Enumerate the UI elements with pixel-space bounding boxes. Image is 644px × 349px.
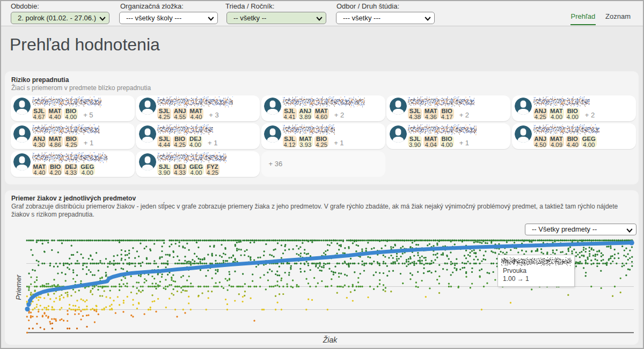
svg-text:Priemer: Priemer — [14, 274, 23, 300]
svg-text:Žiak: Žiak — [323, 336, 338, 344]
